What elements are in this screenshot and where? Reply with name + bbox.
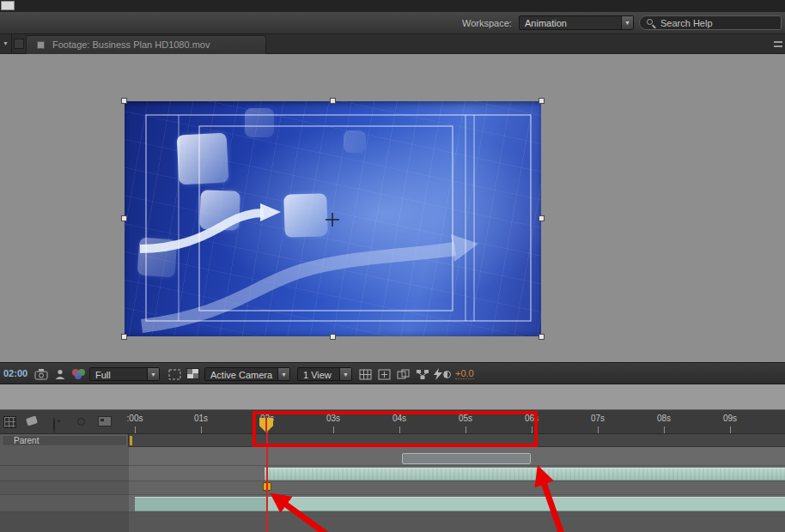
small-arrow-graphic bbox=[140, 213, 264, 249]
safe-margins-icon[interactable] bbox=[378, 368, 391, 384]
ruler-label: 04s bbox=[386, 414, 412, 423]
ruler-tick bbox=[730, 426, 731, 433]
ruler-tick bbox=[201, 426, 202, 433]
show-snapshot-icon[interactable] bbox=[54, 368, 66, 384]
layer-row-controls: None ▼ bbox=[0, 495, 129, 512]
expanded-property-row bbox=[0, 481, 129, 495]
chevron-down-icon[interactable]: ▼ bbox=[339, 368, 351, 380]
workspace-value: Animation bbox=[520, 16, 633, 28]
ruler-label: 09s bbox=[717, 414, 743, 423]
search-help-input[interactable]: Search Help bbox=[639, 15, 782, 30]
selection-handle[interactable] bbox=[330, 98, 336, 104]
footage-tab-icon bbox=[37, 41, 45, 49]
panel-menu-icon[interactable] bbox=[774, 41, 782, 47]
exposure-value[interactable]: +0.0 bbox=[455, 368, 474, 379]
pixel-aspect-icon[interactable] bbox=[397, 368, 410, 384]
track-row bbox=[129, 481, 785, 495]
selection-handle[interactable] bbox=[121, 334, 127, 340]
panel-group-icon bbox=[14, 39, 24, 49]
panel-gap-strip bbox=[0, 384, 785, 410]
work-area-strip[interactable] bbox=[129, 434, 785, 447]
big-arrow-graphic bbox=[142, 249, 455, 326]
current-time-indicator-line[interactable] bbox=[266, 417, 268, 532]
grid-guides-icon[interactable] bbox=[359, 368, 372, 384]
ruler-label: 01s bbox=[188, 414, 214, 423]
ruler-label: 08s bbox=[651, 414, 677, 423]
window-title-strip bbox=[0, 0, 785, 12]
show-channel-rgb-icon[interactable] bbox=[72, 368, 87, 379]
application-bar: Workspace: Animation ▼ Search Help bbox=[0, 12, 785, 34]
selection-handle[interactable] bbox=[539, 98, 545, 104]
layer-bar[interactable] bbox=[265, 468, 785, 481]
ruler-label: 07s bbox=[585, 414, 611, 423]
ruler-label: 06s bbox=[519, 414, 545, 423]
panel-caret-icon[interactable]: ▼ bbox=[0, 34, 12, 53]
ruler-tick bbox=[466, 426, 466, 433]
footage-tab[interactable]: Footage: Business Plan HD1080.mov bbox=[26, 35, 266, 54]
selection-handle[interactable] bbox=[121, 215, 127, 221]
selection-handle[interactable] bbox=[539, 215, 545, 221]
timeline-header-icons bbox=[0, 410, 129, 434]
transparency-grid-icon[interactable] bbox=[186, 368, 199, 379]
preview-overlay-graphics bbox=[125, 101, 541, 336]
after-effects-window: Workspace: Animation ▼ Search Help ▼ Foo… bbox=[0, 0, 785, 532]
track-row-empty bbox=[129, 512, 785, 532]
video-column-icon[interactable] bbox=[53, 417, 55, 433]
layer-row-controls: None ▼ bbox=[0, 466, 129, 481]
chevron-down-icon[interactable]: ▼ bbox=[147, 368, 159, 380]
current-timecode[interactable]: 02:00 bbox=[3, 368, 27, 378]
ruler-label: 03s bbox=[320, 414, 346, 423]
viewer-toolbar: 02:00 Full ▼ Active Camera ▼ 1 View ▼ bbox=[0, 362, 785, 384]
chevron-down-icon[interactable]: ▼ bbox=[621, 16, 633, 29]
layer-bar[interactable] bbox=[135, 497, 785, 511]
ruler-label: :00s bbox=[122, 414, 148, 423]
region-of-interest-icon[interactable] bbox=[168, 368, 181, 384]
timeline-track-area: :00s 01s 02s 03s 04s 05s 06s 07s 08s 09s bbox=[129, 410, 785, 532]
search-icon bbox=[647, 19, 653, 25]
fast-preview-icon[interactable] bbox=[432, 368, 443, 384]
panel-tab-bar: ▼ Footage: Business Plan HD1080.mov bbox=[0, 34, 785, 54]
footage-viewer bbox=[0, 54, 785, 362]
mini-flowchart-icon[interactable] bbox=[416, 368, 429, 384]
snapshot-camera-icon[interactable] bbox=[34, 368, 48, 384]
small-arrow-head bbox=[260, 203, 281, 221]
time-ruler[interactable]: :00s 01s 02s 03s 04s 05s 06s 07s 08s 09s bbox=[129, 410, 785, 434]
ruler-tick bbox=[333, 426, 334, 433]
timeline-view-icon[interactable] bbox=[3, 416, 16, 428]
footage-tab-title: Footage: Business Plan HD1080.mov bbox=[52, 39, 210, 50]
timeline-left-panel: Parent None ▼ None ▼ bbox=[0, 410, 129, 532]
layer-row-controls: None ▼ bbox=[0, 447, 129, 466]
workspace-label: Workspace: bbox=[462, 18, 512, 28]
workspace-dropdown[interactable]: Animation ▼ bbox=[519, 15, 634, 30]
magnification-dropdown[interactable]: Full ▼ bbox=[89, 367, 160, 381]
switches-column-icon[interactable] bbox=[98, 416, 112, 426]
layer-bar[interactable] bbox=[402, 453, 531, 464]
solo-column-icon[interactable] bbox=[77, 418, 85, 426]
ruler-tick bbox=[532, 426, 532, 433]
ruler-label: 05s bbox=[453, 414, 478, 423]
ruler-tick bbox=[399, 426, 400, 433]
selection-handle[interactable] bbox=[539, 334, 545, 340]
anchor-crosshair-icon[interactable] bbox=[326, 213, 339, 227]
eraser-icon[interactable] bbox=[25, 414, 40, 427]
work-area-start-marker[interactable] bbox=[130, 436, 132, 445]
camera-view-dropdown[interactable]: Active Camera ▼ bbox=[204, 367, 290, 381]
chevron-down-icon[interactable]: ▼ bbox=[277, 368, 289, 380]
exposure-icon[interactable] bbox=[443, 371, 451, 378]
selection-handle[interactable] bbox=[330, 334, 336, 340]
parent-column-header[interactable]: Parent bbox=[2, 435, 127, 446]
timeline-left-empty bbox=[0, 512, 129, 532]
view-layout-dropdown[interactable]: 1 View ▼ bbox=[297, 367, 352, 381]
action-safe-guide bbox=[146, 115, 531, 321]
selection-handle[interactable] bbox=[121, 98, 127, 104]
search-placeholder: Search Help bbox=[660, 18, 713, 28]
ruler-tick bbox=[664, 426, 665, 433]
ruler-tick bbox=[135, 426, 136, 433]
app-icon bbox=[1, 1, 15, 10]
ruler-tick bbox=[598, 426, 599, 433]
video-preview[interactable] bbox=[125, 101, 541, 336]
timeline-panel: Parent None ▼ None ▼ bbox=[0, 410, 785, 532]
